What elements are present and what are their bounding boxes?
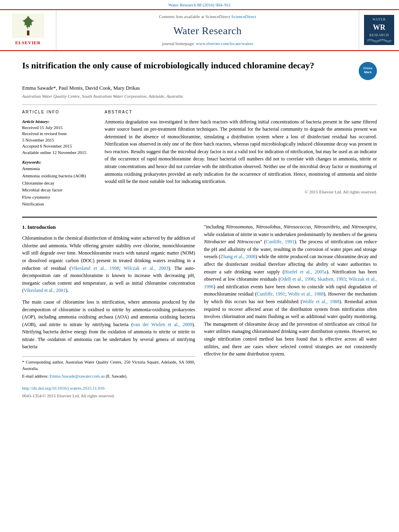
article-title-section: Is nitrification the only cause of micro… [22,60,377,80]
footnote-email-link[interactable]: Emma.Sawade@sawater.com.au [49,374,105,378]
svg-rect-1 [27,31,29,35]
sciencedirect-link[interactable]: ScienceDirect [231,14,256,19]
journal-ref: Water Research 88 (2016) 904–911 [168,2,231,7]
cite-vikesland-2001[interactable]: Vikesland et al., 2001 [24,288,66,293]
copyright-line: © 2015 Elsevier Ltd. All rights reserved… [105,189,377,195]
footnote-email: E-mail address: Emma.Sawade@sawater.com.… [22,373,195,380]
intro-para1: Chloramination is the chemical disinfect… [22,234,195,294]
cite-wolfe-1988b[interactable]: Wolfe et al., 1988 [302,299,339,304]
cite-skadsen-1993[interactable]: Skadsen, 1993 [317,276,346,282]
crossmark-svg: Cross Mark [359,62,377,80]
info-abstract-section: ARTICLE INFO Article history: Received 1… [22,109,377,212]
cite-vikesland-1998[interactable]: Vikesland et al., 1998 [71,265,119,271]
accepted-text: Accepted 6 November 2015 [22,143,97,149]
keyword-1: Ammonia [22,165,97,173]
elsevier-tree-icon [12,14,44,38]
keywords-list: Ammonia Ammonia oxidising bacteria (AOB)… [22,165,97,208]
journal-banner: Water Research 88 (2016) 904–911 [0,0,399,9]
history-label: Article history: [22,118,97,125]
journal-homepage: journal homepage: www.elsevier.com/locat… [162,40,253,47]
wr-logo-water: WATER [372,17,386,22]
article-info-panel: ARTICLE INFO Article history: Received 1… [22,109,97,212]
keywords-block: Keywords: Ammonia Ammonia oxidising bact… [22,159,97,208]
cite-odell-1996[interactable]: Odell et al., 1996 [280,276,315,282]
journal-homepage-link[interactable]: www.elsevier.com/locate/watres [196,41,253,46]
abstract-panel: ABSTRACT Ammonia degradation was investi… [105,109,377,212]
abstract-heading: ABSTRACT [105,109,377,115]
article-info-heading: ARTICLE INFO [22,109,97,115]
cite-cunliffe-1991b[interactable]: Cunliffe, 1991 [257,291,285,297]
available-text: Available online 12 November 2015 [22,150,97,156]
doi-line: http://dx.doi.org/10.1016/j.watres.2015.… [22,385,195,392]
cite-vanderwielen[interactable]: van der Wielen et al., 2009 [133,322,192,327]
authors: Emma Sawade*, Paul Monis, David Cook, Ma… [22,84,377,92]
keyword-3: Chloramine decay [22,180,97,187]
body-columns: 1. Introduction Chloramination is the ch… [22,223,377,399]
keyword-6: Nitrification [22,201,97,208]
wr-wave-icon [367,38,391,43]
page-content: Is nitrification the only cause of micro… [0,60,399,400]
cite-wolfe-1988[interactable]: Wolfe et al., 1988 [288,291,323,297]
wr-logo: WATER WR RESEARCH [364,15,394,45]
wr-logo-mid: WR [373,22,385,33]
svg-text:Cross: Cross [363,66,372,70]
wr-logo-area: WATER WR RESEARCH [359,10,399,50]
keyword-4: Microbial decay factor [22,187,97,194]
footnote-corresponding: * Corresponding author. Australian Water… [22,359,195,372]
received-text: Received 15 July 2015 [22,125,97,131]
left-body-col: 1. Introduction Chloramination is the ch… [22,223,195,399]
keyword-5: Flow cytometry [22,194,97,201]
cite-hoefel-2005a[interactable]: Hoefel et al., 2005a [284,269,327,275]
elsevier-logo: ELSEVIER [12,14,44,46]
issn-line: 0043-1354/© 2015 Elsevier Ltd. All right… [22,392,195,399]
elsevier-text: ELSEVIER [15,39,41,46]
keywords-label: Keywords: [22,159,97,166]
affiliation: Australian Water Quality Centre, South A… [22,93,377,100]
cite-cunliffe-1991[interactable]: Cunliffe, 1991 [266,239,295,244]
cite-wilczak-2003[interactable]: Wilczak et al., 2003 [124,265,169,271]
journal-title-area: Contents lists available at ScienceDirec… [56,10,359,50]
article-title: Is nitrification the only cause of micro… [22,60,359,72]
journal-header: ELSEVIER Contents lists available at Sci… [0,9,399,51]
cite-zhang-2008[interactable]: Zhang et al., 2008 [220,254,255,259]
sciencedirect-label: Contents lists available at ScienceDirec… [159,13,256,20]
right-para1: "including Nitrosomonas, Nitrosolobus, N… [204,223,377,358]
history-block: Article history: Received 15 July 2015 R… [22,118,97,156]
divider-2 [22,217,377,218]
journal-title: Water Research [173,23,242,39]
wr-logo-research: RESEARCH [369,33,389,38]
abstract-text: Ammonia degradation was investigated in … [105,118,377,185]
footnote-area: * Corresponding author. Australian Water… [22,356,195,379]
intro-para2: The main cause of chloramine loss is nit… [22,298,195,351]
keyword-2: Ammonia oxidising bacteria (AOB) [22,173,97,180]
divider-1 [22,105,377,105]
elsevier-logo-area: ELSEVIER [0,10,56,50]
crossmark-badge[interactable]: Cross Mark [359,62,377,80]
intro-section-title: 1. Introduction [22,223,195,231]
crossmark-icon: Cross Mark [359,62,377,80]
svg-text:Mark: Mark [364,70,372,74]
doi-link[interactable]: http://dx.doi.org/10.1016/j.watres.2015.… [22,386,105,390]
right-body-col: "including Nitrosomonas, Nitrosolobus, N… [204,223,377,399]
revised-text: Received in revised form5 November 2015 [22,131,97,143]
